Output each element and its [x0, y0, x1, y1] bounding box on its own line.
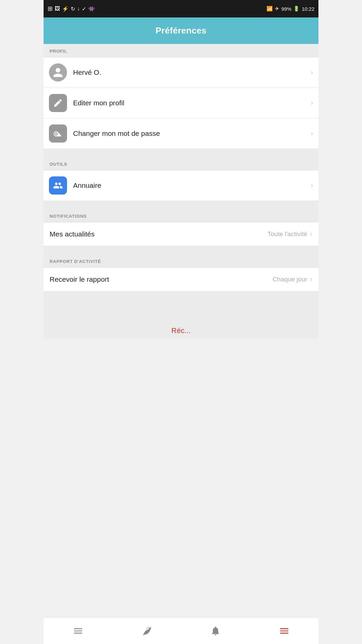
profil-user-item[interactable]: Hervé O. ›	[44, 57, 318, 88]
download-icon: ↓	[77, 6, 80, 12]
user-avatar-icon	[52, 67, 64, 78]
alien-icon: 👾	[88, 6, 95, 12]
annuaire-label: Annuaire	[73, 181, 311, 190]
edit-profil-item[interactable]: Editer mon profil ›	[44, 88, 318, 118]
recevoir-rapport-value: Chaque jour	[273, 276, 307, 283]
hamburger-icon	[279, 626, 290, 636]
gallery-icon: 🖼	[55, 6, 60, 12]
chevron-right-icon: ›	[311, 99, 313, 107]
gap-4	[44, 291, 318, 312]
airplane-icon: ✈	[275, 6, 279, 12]
profil-list: Hervé O. › Editer mon profil › Changer m…	[44, 57, 318, 149]
recevoir-rapport-row[interactable]: Recevoir le rapport Chaque jour ›	[44, 268, 318, 291]
edit-profil-label: Editer mon profil	[73, 99, 311, 107]
page-title: Préférences	[50, 25, 312, 36]
battery-icon: 🔋	[293, 6, 300, 12]
outils-list: Annuaire ›	[44, 170, 318, 201]
edit-icon	[53, 98, 63, 108]
battery-percent: 99%	[281, 6, 291, 12]
check-icon: ✓	[82, 6, 86, 12]
nav-menu[interactable]	[250, 618, 318, 644]
recevoir-rapport-label: Recevoir le rapport	[50, 275, 273, 283]
chevron-right-icon: ›	[311, 68, 313, 77]
section-profil-header: PROFIL	[44, 44, 318, 57]
status-bar-left: ⊞ 🖼 ⚡ ↻ ↓ ✓ 👾	[48, 5, 95, 12]
chevron-right-icon: ›	[311, 129, 313, 138]
charge-icon: ⚡	[62, 6, 69, 12]
user-name: Hervé O.	[73, 68, 311, 76]
gap-2	[44, 201, 318, 209]
bottom-teaser: Réc...	[44, 312, 318, 338]
section-notifications-header: NOTIFICATIONS	[44, 209, 318, 222]
chevron-right-icon: ›	[311, 181, 313, 190]
section-rapport-header: RAPPORT D'ACTIVITÉ	[44, 254, 318, 268]
group-icon	[53, 180, 63, 191]
status-bar-right: 📶 ✈ 99% 🔋 10:22	[266, 6, 314, 12]
mes-actualites-row[interactable]: Mes actualités Toute l'activité ›	[44, 222, 318, 246]
bottom-nav	[44, 617, 318, 644]
nav-notifications[interactable]	[181, 618, 250, 644]
annuaire-item[interactable]: Annuaire ›	[44, 170, 318, 201]
app-header: Préférences	[44, 17, 318, 44]
avatar	[49, 63, 67, 82]
leaf-icon	[141, 626, 152, 636]
gap-1	[44, 149, 318, 157]
change-password-icon-wrap	[49, 124, 67, 143]
gap-3	[44, 246, 318, 254]
bell-icon	[210, 626, 221, 636]
nav-home[interactable]	[112, 618, 181, 644]
chevron-right-icon: ›	[310, 230, 312, 238]
clock: 10:22	[302, 6, 314, 12]
sync-icon: ↻	[71, 6, 75, 12]
teaser-text: Réc...	[171, 326, 190, 335]
status-bar: ⊞ 🖼 ⚡ ↻ ↓ ✓ 👾 📶 ✈ 99% 🔋 10:22	[44, 0, 318, 17]
edit-profil-icon-wrap	[49, 94, 67, 112]
key-icon	[53, 128, 63, 139]
rapport-list: Recevoir le rapport Chaque jour ›	[44, 268, 318, 291]
wifi-icon: 📶	[266, 6, 273, 12]
bottom-nav-spacer	[44, 338, 318, 365]
change-password-item[interactable]: Changer mon mot de passe ›	[44, 118, 318, 149]
nav-feed[interactable]	[44, 618, 112, 644]
notifications-list: Mes actualités Toute l'activité ›	[44, 222, 318, 246]
change-password-label: Changer mon mot de passe	[73, 129, 311, 138]
mes-actualites-label: Mes actualités	[50, 230, 267, 238]
chevron-right-icon: ›	[310, 275, 312, 284]
annuaire-icon-wrap	[49, 176, 67, 195]
app-icon: ⊞	[48, 5, 53, 12]
list-icon	[73, 626, 83, 636]
section-outils-header: OUTILS	[44, 157, 318, 170]
mes-actualites-value: Toute l'activité	[267, 230, 307, 238]
